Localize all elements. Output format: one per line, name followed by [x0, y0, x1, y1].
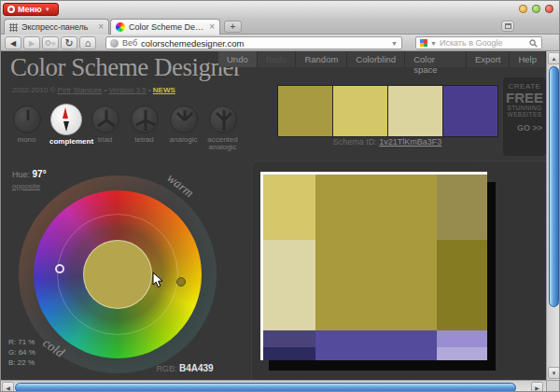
- scheme-id-link[interactable]: 1v21TlKmBa3F3: [379, 137, 441, 147]
- preview-block: [437, 175, 487, 240]
- export-button[interactable]: Export: [467, 51, 510, 67]
- mono-knob-icon: [13, 105, 41, 133]
- page-content: Color Scheme Designer 2002-2010 © Petr S…: [1, 51, 546, 380]
- news-link[interactable]: NEWS: [153, 86, 175, 94]
- horizontal-scrollbar-thumb[interactable]: [15, 383, 516, 392]
- colorblind-button[interactable]: Colorblind: [347, 51, 405, 67]
- close-icon[interactable]: ×: [98, 23, 104, 31]
- address-dropdown-icon[interactable]: ▼: [391, 40, 398, 47]
- vertical-scrollbar-thumb[interactable]: [549, 66, 559, 307]
- panel-toggle-button[interactable]: [501, 21, 514, 32]
- rgb-hex-readout: RGB: B4A439: [129, 363, 241, 373]
- complement-hue-marker[interactable]: [55, 264, 64, 273]
- mode-complement[interactable]: complement: [49, 104, 82, 151]
- color-space-button[interactable]: Color space: [405, 51, 467, 67]
- scroll-up-icon[interactable]: ▲: [548, 52, 560, 64]
- ad-banner[interactable]: CREATE FREE STUNNING WEBSITES GO >>: [503, 77, 546, 156]
- site-badge-icon: [110, 39, 119, 48]
- tab-label: Экспресс-панель: [21, 22, 94, 32]
- close-icon[interactable]: ×: [209, 23, 215, 31]
- selected-color-disc: [83, 240, 152, 309]
- tab-label: Color Scheme Designe...: [129, 22, 205, 32]
- horizontal-scrollbar[interactable]: ◀ ▶: [1, 380, 546, 392]
- preview-block: [263, 347, 315, 360]
- forward-button[interactable]: ▶: [23, 36, 40, 49]
- mouse-cursor-icon: [152, 272, 163, 288]
- menu-button-label: Меню: [18, 5, 42, 14]
- scheme-mode-selector: mono complement triad tetrad: [10, 104, 239, 151]
- redo-button[interactable]: Redo: [258, 51, 297, 67]
- scheme-swatches: [277, 85, 498, 137]
- swatch-secondary[interactable]: [333, 86, 387, 136]
- scroll-left-icon[interactable]: ◀: [2, 382, 14, 392]
- forward-icon: ▶: [29, 39, 35, 48]
- undo-button[interactable]: Undo: [218, 51, 258, 67]
- url-text[interactable]: colorschemedesigner.com: [141, 38, 387, 49]
- opposite-link[interactable]: opposite: [12, 182, 40, 190]
- help-button[interactable]: Help: [510, 51, 546, 67]
- search-bar[interactable]: ▼: [415, 36, 542, 49]
- back-icon: ◀: [10, 39, 16, 48]
- scheme-id-label: Schema ID:: [333, 137, 377, 147]
- author-link[interactable]: Petr Stanicek: [58, 86, 103, 94]
- complement-knob-icon: [50, 104, 82, 135]
- window-controls: [519, 5, 553, 13]
- new-tab-button[interactable]: +: [224, 21, 242, 33]
- opera-menu-button[interactable]: Меню ▼: [3, 3, 59, 16]
- tab-color-scheme-designer[interactable]: Color Scheme Designe... ×: [110, 19, 220, 35]
- reload-button[interactable]: ↻: [61, 36, 77, 49]
- light-page-example[interactable]: [260, 172, 487, 360]
- preview-block: [437, 240, 487, 330]
- preview-block: [437, 347, 487, 360]
- version-link[interactable]: Version 3.5: [108, 86, 146, 94]
- web-badge-label: Веб: [122, 38, 137, 48]
- key-icon: [45, 39, 56, 47]
- preview-block: [263, 175, 315, 240]
- maximize-button[interactable]: [532, 5, 540, 13]
- navigation-toolbar: ◀ ▶ ↻ ⌂ Веб colorschemedesigner.com ▼ ▼: [1, 35, 560, 51]
- random-button[interactable]: Random: [296, 51, 347, 67]
- panel-toggle-icon: [505, 23, 511, 29]
- green-percent: G: 64 %: [8, 347, 35, 357]
- color-wheel-favicon-icon: [116, 22, 125, 32]
- tab-speed-dial[interactable]: Экспресс-панель ×: [4, 19, 109, 35]
- accented-analogic-knob-icon: [209, 105, 237, 133]
- preview-block: [315, 330, 437, 360]
- vertical-scrollbar[interactable]: ▲ ▼: [546, 51, 560, 380]
- rgb-percentages: R: 71 % G: 64 % B: 22 %: [8, 337, 35, 368]
- swatch-complement[interactable]: [443, 86, 497, 136]
- primary-hue-marker[interactable]: [176, 277, 186, 287]
- speed-dial-icon: [9, 23, 18, 32]
- scroll-down-icon[interactable]: ▼: [548, 367, 560, 379]
- search-icon[interactable]: [529, 39, 538, 48]
- back-button[interactable]: ◀: [5, 36, 21, 49]
- mode-triad[interactable]: triad: [89, 104, 121, 151]
- analogic-knob-icon: [170, 105, 198, 133]
- link-button[interactable]: [42, 36, 59, 49]
- mode-accented-analogic[interactable]: accented analogic: [206, 104, 239, 151]
- site-subtitle: 2002-2010 © Petr Stanicek • Version 3.5 …: [12, 86, 175, 94]
- reload-icon: ↻: [64, 39, 73, 47]
- red-percent: R: 71 %: [8, 337, 35, 347]
- mode-tetrad[interactable]: tetrad: [128, 104, 161, 151]
- tab-bar: Экспресс-панель × Color Scheme Designe..…: [1, 18, 560, 35]
- close-button[interactable]: [545, 5, 553, 13]
- triad-knob-icon: [91, 105, 119, 133]
- swatch-tertiary[interactable]: [388, 86, 442, 136]
- scheme-id-line: Schema ID: 1v21TlKmBa3F3: [277, 137, 497, 147]
- page-title: Color Scheme Designer: [10, 53, 241, 82]
- search-engine-dropdown-icon[interactable]: ▼: [430, 40, 437, 47]
- scheme-menu: Undo Redo Random Colorblind Color space …: [218, 51, 546, 67]
- address-bar[interactable]: Веб colorschemedesigner.com ▼: [105, 36, 402, 49]
- preview-block: [437, 330, 487, 347]
- swatch-primary[interactable]: [278, 86, 332, 136]
- mode-analogic[interactable]: analogic: [167, 104, 200, 151]
- minimize-button[interactable]: [519, 5, 527, 13]
- mode-mono[interactable]: mono: [10, 104, 43, 151]
- scroll-right-icon[interactable]: ▶: [531, 382, 543, 392]
- home-button[interactable]: ⌂: [79, 36, 96, 49]
- ad-cta[interactable]: GO >>: [505, 123, 544, 133]
- preview-block: [263, 240, 315, 330]
- search-input[interactable]: [440, 38, 526, 48]
- blue-percent: B: 22 %: [8, 357, 35, 368]
